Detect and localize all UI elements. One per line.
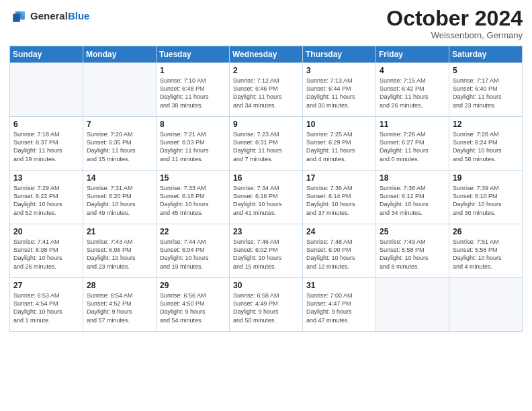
calendar-cell: 31Sunrise: 7:00 AMSunset: 4:47 PMDayligh… (303, 278, 376, 332)
day-info: Sunrise: 7:17 AMSunset: 6:40 PMDaylight:… (453, 77, 519, 109)
day-info: Sunrise: 7:48 AMSunset: 6:00 PMDaylight:… (306, 238, 373, 271)
day-info: Sunrise: 7:13 AMSunset: 6:44 PMDaylight:… (306, 77, 373, 109)
day-info: Sunrise: 7:39 AMSunset: 6:10 PMDaylight:… (453, 184, 519, 217)
logo-text: GeneralBlue (30, 11, 89, 22)
calendar-cell: 15Sunrise: 7:33 AMSunset: 6:18 PMDayligh… (157, 171, 230, 224)
col-header-saturday: Saturday (449, 46, 523, 63)
calendar-cell: 3Sunrise: 7:13 AMSunset: 6:44 PMDaylight… (303, 63, 376, 117)
calendar-cell: 14Sunrise: 7:31 AMSunset: 6:20 PMDayligh… (83, 171, 157, 224)
calendar-cell: 22Sunrise: 7:44 AMSunset: 6:04 PMDayligh… (157, 224, 230, 278)
day-number: 16 (233, 173, 300, 183)
day-info: Sunrise: 7:31 AMSunset: 6:20 PMDaylight:… (87, 184, 153, 217)
day-info: Sunrise: 7:41 AMSunset: 6:08 PMDaylight:… (13, 238, 80, 271)
day-info: Sunrise: 7:20 AMSunset: 6:35 PMDaylight:… (87, 130, 153, 163)
page: GeneralBlue October 2024 Weissenborn, Ge… (0, 0, 532, 411)
calendar-week-4: 20Sunrise: 7:41 AMSunset: 6:08 PMDayligh… (10, 224, 523, 278)
day-number: 11 (380, 120, 446, 129)
day-number: 21 (87, 227, 153, 236)
day-number: 14 (87, 173, 153, 183)
calendar-week-5: 27Sunrise: 6:53 AMSunset: 4:54 PMDayligh… (10, 278, 523, 332)
calendar-cell: 18Sunrise: 7:38 AMSunset: 6:12 PMDayligh… (376, 171, 449, 224)
calendar-cell: 28Sunrise: 6:54 AMSunset: 4:52 PMDayligh… (83, 278, 157, 332)
day-info: Sunrise: 7:00 AMSunset: 4:47 PMDaylight:… (306, 291, 373, 324)
logo: GeneralBlue (9, 7, 89, 26)
calendar-week-2: 6Sunrise: 7:18 AMSunset: 6:37 PMDaylight… (10, 117, 523, 171)
day-number: 22 (160, 227, 226, 236)
day-info: Sunrise: 7:15 AMSunset: 6:42 PMDaylight:… (380, 77, 446, 109)
day-number: 30 (233, 281, 300, 290)
day-number: 23 (233, 227, 300, 236)
calendar-cell: 6Sunrise: 7:18 AMSunset: 6:37 PMDaylight… (10, 117, 83, 171)
logo-general: General (30, 10, 68, 21)
col-header-tuesday: Tuesday (157, 46, 230, 63)
calendar-cell: 29Sunrise: 6:56 AMSunset: 4:50 PMDayligh… (157, 278, 230, 332)
day-info: Sunrise: 7:36 AMSunset: 6:14 PMDaylight:… (306, 184, 373, 217)
month-title: October 2024 (386, 7, 523, 30)
calendar-cell: 17Sunrise: 7:36 AMSunset: 6:14 PMDayligh… (303, 171, 376, 224)
day-info: Sunrise: 7:18 AMSunset: 6:37 PMDaylight:… (13, 130, 80, 163)
day-info: Sunrise: 7:10 AMSunset: 6:48 PMDaylight:… (160, 77, 226, 109)
day-number: 15 (160, 173, 226, 183)
calendar-cell: 23Sunrise: 7:46 AMSunset: 6:02 PMDayligh… (230, 224, 303, 278)
day-number: 7 (87, 120, 153, 129)
day-number: 3 (306, 66, 373, 75)
header: GeneralBlue October 2024 Weissenborn, Ge… (9, 7, 523, 40)
day-number: 1 (160, 66, 226, 75)
col-header-sunday: Sunday (10, 46, 83, 63)
day-number: 2 (233, 66, 300, 75)
calendar-cell: 13Sunrise: 7:29 AMSunset: 6:22 PMDayligh… (10, 171, 83, 224)
col-header-friday: Friday (376, 46, 449, 63)
logo-blue: Blue (68, 10, 90, 21)
calendar-cell (10, 63, 83, 117)
day-info: Sunrise: 6:58 AMSunset: 4:49 PMDaylight:… (233, 291, 300, 324)
col-header-wednesday: Wednesday (230, 46, 303, 63)
day-info: Sunrise: 7:51 AMSunset: 5:56 PMDaylight:… (453, 238, 519, 271)
day-number: 4 (380, 66, 446, 75)
calendar-cell: 7Sunrise: 7:20 AMSunset: 6:35 PMDaylight… (83, 117, 157, 171)
day-info: Sunrise: 7:34 AMSunset: 6:16 PMDaylight:… (233, 184, 300, 217)
day-info: Sunrise: 7:29 AMSunset: 6:22 PMDaylight:… (13, 184, 80, 217)
calendar-cell: 1Sunrise: 7:10 AMSunset: 6:48 PMDaylight… (157, 63, 230, 117)
calendar-cell (449, 278, 523, 332)
day-info: Sunrise: 7:25 AMSunset: 6:29 PMDaylight:… (306, 130, 373, 163)
calendar-cell: 26Sunrise: 7:51 AMSunset: 5:56 PMDayligh… (449, 224, 523, 278)
day-number: 12 (453, 120, 519, 129)
calendar-cell: 16Sunrise: 7:34 AMSunset: 6:16 PMDayligh… (230, 171, 303, 224)
col-header-thursday: Thursday (303, 46, 376, 63)
calendar-cell: 21Sunrise: 7:43 AMSunset: 6:06 PMDayligh… (83, 224, 157, 278)
calendar-cell (376, 278, 449, 332)
calendar-cell: 10Sunrise: 7:25 AMSunset: 6:29 PMDayligh… (303, 117, 376, 171)
calendar-cell: 24Sunrise: 7:48 AMSunset: 6:00 PMDayligh… (303, 224, 376, 278)
calendar-cell: 9Sunrise: 7:23 AMSunset: 6:31 PMDaylight… (230, 117, 303, 171)
day-number: 27 (13, 281, 80, 290)
title-block: October 2024 Weissenborn, Germany (386, 7, 523, 40)
day-info: Sunrise: 7:38 AMSunset: 6:12 PMDaylight:… (380, 184, 446, 217)
day-info: Sunrise: 7:44 AMSunset: 6:04 PMDaylight:… (160, 238, 226, 271)
day-number: 18 (380, 173, 446, 183)
svg-marker-2 (13, 14, 20, 22)
logo-icon (9, 7, 28, 26)
day-info: Sunrise: 7:46 AMSunset: 6:02 PMDaylight:… (233, 238, 300, 271)
day-number: 24 (306, 227, 373, 236)
day-number: 25 (380, 227, 446, 236)
day-info: Sunrise: 7:26 AMSunset: 6:27 PMDaylight:… (380, 130, 446, 163)
day-number: 20 (13, 227, 80, 236)
day-info: Sunrise: 7:12 AMSunset: 6:46 PMDaylight:… (233, 77, 300, 109)
calendar-week-3: 13Sunrise: 7:29 AMSunset: 6:22 PMDayligh… (10, 171, 523, 224)
day-number: 31 (306, 281, 373, 290)
calendar-cell: 4Sunrise: 7:15 AMSunset: 6:42 PMDaylight… (376, 63, 449, 117)
calendar-cell: 12Sunrise: 7:28 AMSunset: 6:24 PMDayligh… (449, 117, 523, 171)
day-number: 28 (87, 281, 153, 290)
calendar-header-row: SundayMondayTuesdayWednesdayThursdayFrid… (10, 46, 523, 63)
day-info: Sunrise: 7:33 AMSunset: 6:18 PMDaylight:… (160, 184, 226, 217)
day-info: Sunrise: 6:53 AMSunset: 4:54 PMDaylight:… (13, 291, 80, 324)
day-number: 10 (306, 120, 373, 129)
calendar-cell: 27Sunrise: 6:53 AMSunset: 4:54 PMDayligh… (10, 278, 83, 332)
calendar-cell: 5Sunrise: 7:17 AMSunset: 6:40 PMDaylight… (449, 63, 523, 117)
day-info: Sunrise: 7:28 AMSunset: 6:24 PMDaylight:… (453, 130, 519, 163)
day-number: 19 (453, 173, 519, 183)
col-header-monday: Monday (83, 46, 157, 63)
calendar-table: SundayMondayTuesdayWednesdayThursdayFrid… (9, 46, 523, 332)
day-number: 8 (160, 120, 226, 129)
calendar-cell: 25Sunrise: 7:49 AMSunset: 5:58 PMDayligh… (376, 224, 449, 278)
